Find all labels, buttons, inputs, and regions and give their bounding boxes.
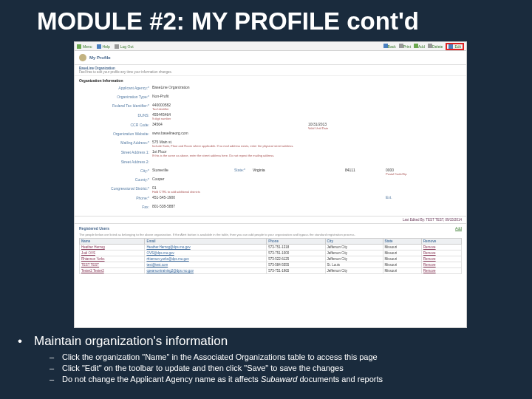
sub-bullet-2: –Click "Edit" on the toolbar to update a… [47,363,516,374]
cell-state: Missouri [383,268,421,274]
table-row: Judi OVSOVS@dps.mo.gov573-751-1000Jeffer… [80,250,462,256]
table-row: TEST TESTtest@test.com573-584-5555St. Lo… [80,262,462,268]
col-name: Name [80,239,145,245]
label-fein: Federal Tax Identifier:* [79,103,149,108]
section-heading: Organization Information [75,76,466,83]
value-county: Cooper [152,177,462,181]
cell-email[interactable]: test@test.com [145,262,267,268]
org-form: Applicant Agency:*BaseLine Organization … [75,83,466,216]
profile-title: My Profile [89,55,111,60]
bullet-area: • Maintain organization's information –C… [13,334,516,385]
profile-icon [79,54,86,61]
value-orgtype: Non-Profit [152,94,462,98]
cell-email[interactable]: cpearsontraining2@dps.mo.gov [145,268,267,274]
cell-remove[interactable]: Remove [421,262,461,268]
breadcrumb-note: Feel free to edit your profile any time … [79,70,172,74]
col-remove: Remove [421,239,461,245]
value-state: Virginia [253,168,265,172]
cell-name[interactable]: TEST TEST [80,262,145,268]
registered-users-note: The people below are listed as belonging… [75,233,466,238]
last-edited: Last Edited By: TEST TEST, 09/15/2014 [75,216,466,224]
col-phone: Phone [267,239,325,245]
label-agency: Applicant Agency:* [79,85,149,90]
label-duns: DUNS: [79,112,149,117]
label-city: City:* [79,168,149,173]
cell-state: Missouri [383,250,421,256]
value-website: www.baselineorg.com [152,131,462,135]
label-county: County:* [79,177,149,182]
value-city: Stoneville [152,168,462,172]
cell-city: Jefferson City [325,268,383,274]
note-district: Hold CTRL to add additional districts [152,190,462,194]
back-link[interactable]: Back [383,44,396,49]
help-link[interactable]: Help [97,44,110,49]
menu-icon [77,44,81,49]
label-state: State:* [234,168,245,172]
value-ccr: 34564 [152,122,462,126]
edit-button-highlight[interactable]: Edit [446,43,464,50]
bullet-main-text: Maintain organization's information [34,334,228,349]
table-row: Tester2 Tester2cpearsontraining2@dps.mo.… [80,268,462,274]
cell-city: St. Louis [325,262,383,268]
cell-state: Missouri [383,262,421,268]
app-toolbar: Menu Help Log Out Back Print Add Delete … [75,42,466,51]
note-mailing: Include Suite, Floor and Room where appl… [152,144,462,148]
cell-phone: 573-584-5555 [267,262,325,268]
delete-link[interactable]: Delete [428,44,443,49]
label-street1: Street Address 1: [79,149,149,154]
table-row: Heather HerzogHeather.Herzog@dps.mo.gov5… [80,245,462,250]
cell-phone: 573-751-1000 [267,250,325,256]
cell-remove[interactable]: Remove [421,250,461,256]
cell-name[interactable]: Rhiannon Yorks [80,256,145,262]
note-street1: If this is the same as above, enter the … [152,154,462,157]
cell-email[interactable]: rhiannon.yorks@dps.mo.gov [145,256,267,262]
sub-bullet-3: –Do not change the Applicant Agency name… [47,374,516,385]
cell-name[interactable]: Judi OVS [80,250,145,256]
label-street2: Street Address 2: [79,159,149,164]
print-link[interactable]: Print [399,44,411,49]
label-ext: Ext. [386,195,392,200]
cell-city: Jefferson City [325,250,383,256]
logout-link[interactable]: Log Out [115,44,134,49]
cell-state: Missouri [383,245,421,250]
table-row: Rhiannon Yorksrhiannon.yorks@dps.mo.gov5… [80,256,462,262]
cell-name[interactable]: Tester2 Tester2 [80,268,145,274]
edit-icon [449,44,453,49]
cell-remove[interactable]: Remove [421,256,461,262]
menu-link[interactable]: Menu [77,44,92,49]
help-icon [97,44,101,49]
label-mailing: Mailing Address:* [79,140,149,145]
label-district: Congressional District:* [79,185,149,191]
logout-icon [115,44,119,49]
breadcrumb: BaseLine Organization Feel free to edit … [75,65,466,76]
cell-remove[interactable]: Remove [421,245,461,250]
cell-email[interactable]: Heather.Herzog@dps.mo.gov [145,245,267,250]
app-screenshot: Menu Help Log Out Back Print Add Delete … [74,41,467,328]
label-orgtype: Organization Type:* [79,94,149,99]
cell-phone: 573-522-6125 [267,256,325,262]
bullet-main: • Maintain organization's information [13,334,516,349]
cell-name[interactable]: Heather Herzog [80,245,145,250]
bullet-icon: • [13,334,27,349]
value-phone: 451-545-1900 [152,195,462,200]
cell-city: Jefferson City [325,256,383,262]
note-duns: 9 digit number [152,117,462,120]
add-link[interactable]: Add [414,44,425,49]
value-agency: BaseLine Organization [152,85,462,89]
col-email: Email [145,239,267,245]
slide-title: MODULE #2: MY PROFILE cont'd [0,0,532,38]
col-state: State [383,239,421,245]
registered-users-heading: Registered Users [79,226,109,231]
registered-users-table: Name Email Phone City State Remove Heath… [79,238,462,274]
add-user-link[interactable]: Add [455,226,462,231]
cell-phone: 573-751-1318 [267,245,325,250]
col-city: City [325,239,383,245]
cell-remove[interactable]: Remove [421,268,461,274]
value-zip: 84111 [345,168,355,172]
label-ccr: CCR Code: [79,122,149,127]
label-website: Organization Website: [79,131,149,136]
note-ccr-date: Valid Until Date [308,126,328,130]
cell-state: Missouri [383,256,421,262]
cell-email[interactable]: OVS@dps.mo.gov [145,250,267,256]
sub-bullet-1: –Click the organization "Name" in the As… [47,352,516,363]
